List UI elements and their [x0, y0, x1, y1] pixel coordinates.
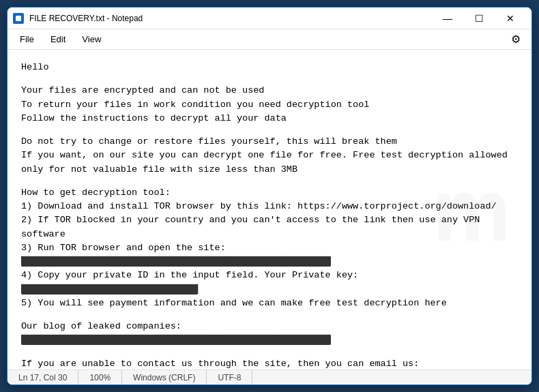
enc-line3: Follow the instructions to decrypt all y…	[21, 112, 518, 125]
step4-line: 4) Copy your private ID in the input fie…	[21, 269, 518, 297]
encoding: UTF-8	[207, 370, 252, 385]
step1-line: 1) Download and install TOR browser by t…	[21, 200, 518, 213]
contact-para: If you are unable to contact us through …	[21, 357, 518, 370]
step3-redacted: ████████████████████████████████████████…	[21, 255, 518, 269]
cursor-position: Ln 17, Col 30	[13, 370, 78, 385]
status-bar: Ln 17, Col 30 100% Windows (CRLF) UTF-8	[8, 370, 531, 385]
step2-line: 2) If TOR blocked in your country and yo…	[21, 213, 518, 241]
settings-icon[interactable]: ⚙	[506, 29, 526, 50]
step3-line: 3) Run TOR browser and open the site:	[21, 241, 518, 255]
hello-line: Hello	[21, 61, 518, 74]
enc-line1: Your files are encrypted and can not be …	[21, 84, 518, 97]
window-title: FILE RECOVERY.txt - Notepad	[29, 14, 432, 23]
greeting-para: Hello	[21, 61, 518, 74]
blog-para: Our blog of leaked companies: ██████████…	[21, 320, 518, 348]
maximize-button[interactable]: ☐	[463, 7, 495, 29]
minimize-button[interactable]: —	[432, 7, 463, 29]
warning-para: Do not try to change or restore files yo…	[21, 135, 518, 177]
contact-line1: If you are unable to contact us through …	[21, 357, 518, 370]
notepad-window: FILE RECOVERY.txt - Notepad — ☐ ✕ File E…	[7, 7, 532, 385]
enc-line2: To return your files in work condition y…	[21, 98, 518, 112]
blog-line: Our blog of leaked companies:	[21, 320, 518, 333]
zoom-level: 100%	[78, 370, 122, 385]
close-button[interactable]: ✕	[495, 7, 526, 29]
line-ending: Windows (CRLF)	[122, 370, 207, 385]
encryption-notice-para: Your files are encrypted and can not be …	[21, 84, 518, 125]
title-bar: FILE RECOVERY.txt - Notepad — ☐ ✕	[8, 7, 531, 29]
instr-head: How to get decryption tool:	[21, 186, 518, 200]
window-controls: — ☐ ✕	[432, 7, 526, 29]
text-content[interactable]: m Hello Your files are encrypted and can…	[8, 50, 531, 370]
warn-line1: Do not try to change or restore files yo…	[21, 135, 518, 149]
warn-line2: If you want, on our site you can decrypt…	[21, 149, 518, 162]
step5-line: 5) You will see payment information and …	[21, 297, 518, 310]
menu-bar: File Edit View ⚙	[8, 29, 531, 50]
instructions-para: How to get decryption tool: 1) Download …	[21, 186, 518, 310]
menu-view[interactable]: View	[75, 31, 108, 47]
menu-edit[interactable]: Edit	[44, 31, 72, 47]
warn-line3: only for not valuable file with size les…	[21, 163, 518, 177]
menu-file[interactable]: File	[13, 31, 41, 47]
blog-redacted: ████████████████████████████████████████…	[21, 333, 518, 347]
app-icon	[13, 13, 24, 24]
